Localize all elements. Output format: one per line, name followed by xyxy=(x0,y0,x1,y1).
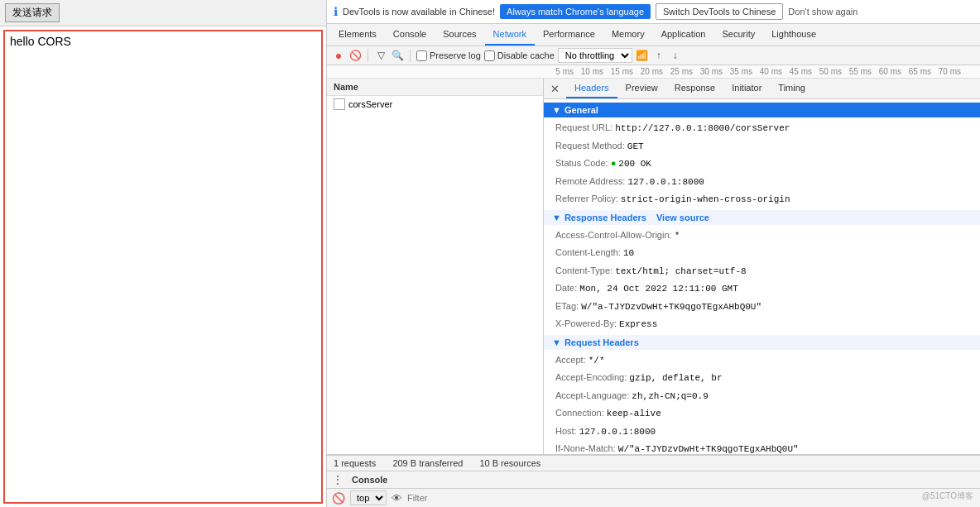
tab-console[interactable]: Console xyxy=(385,24,435,45)
preserve-log-checkbox[interactable] xyxy=(416,50,427,61)
watermark: @51CTO博客 xyxy=(922,490,973,502)
bytes-transferred: 209 B transferred xyxy=(392,458,463,468)
export-icon[interactable]: ↓ xyxy=(669,49,682,62)
clear-icon[interactable]: 🚫 xyxy=(348,49,362,62)
tab-timing[interactable]: Timing xyxy=(770,79,814,98)
request-headers-label: Request Headers xyxy=(564,337,639,347)
search-icon[interactable]: 🔍 xyxy=(391,49,404,62)
network-body: Name corsServer ✕ Headers Preview Respon… xyxy=(327,79,980,507)
tab-initiator[interactable]: Initiator xyxy=(723,79,770,98)
tab-headers[interactable]: Headers xyxy=(566,79,617,98)
tab-lighthouse[interactable]: Lighthouse xyxy=(763,24,824,45)
request-headers-section-header[interactable]: ▼ Request Headers xyxy=(544,335,980,350)
cors-text: hello CORS xyxy=(10,35,71,48)
request-headers-triangle-icon: ▼ xyxy=(552,337,561,347)
list-item[interactable]: corsServer xyxy=(327,96,543,112)
resources-size: 10 B resources xyxy=(479,458,540,468)
response-headers-body: Access-Control-Allow-Origin: * Content-L… xyxy=(544,225,980,335)
name-col-header: Name xyxy=(327,79,543,96)
info-text: DevTools is now available in Chinese! xyxy=(343,7,495,17)
resp-header-key-2: Content-Type: xyxy=(555,265,612,275)
ruler-45ms: 45 ms xyxy=(785,67,815,76)
view-source-link[interactable]: View source xyxy=(656,213,709,222)
req-header-row-0: Accept: */* xyxy=(555,352,968,370)
console-dots-icon: ⋮ xyxy=(332,473,343,486)
console-context-select[interactable]: top xyxy=(350,490,387,505)
filter-icon[interactable]: ▽ xyxy=(374,49,387,62)
network-toolbar: ● 🚫 ▽ 🔍 Preserve log Disable cache No th… xyxy=(327,46,980,65)
detail-content: ▼ General Request URL: http://127.0.0.1:… xyxy=(544,99,980,454)
status-code-val: 200 OK xyxy=(618,159,651,169)
tab-security[interactable]: Security xyxy=(713,24,763,45)
switch-to-chinese-button[interactable]: Switch DevTools to Chinese xyxy=(656,3,783,20)
disable-cache-label[interactable]: Disable cache xyxy=(484,50,555,61)
req-header-key-1: Accept-Encoding: xyxy=(555,372,627,382)
response-headers-section-header[interactable]: ▼ Response Headers View source xyxy=(544,210,980,225)
resp-header-key-3: Date: xyxy=(555,283,577,293)
disable-cache-checkbox[interactable] xyxy=(484,50,495,61)
import-icon[interactable]: ↑ xyxy=(652,49,665,62)
send-btn-bar: 发送请求 xyxy=(0,0,326,26)
tab-network[interactable]: Network xyxy=(485,24,535,45)
resp-header-val-2: text/html; charset=utf-8 xyxy=(615,266,746,276)
tab-performance[interactable]: Performance xyxy=(535,24,603,45)
resp-header-val-5: Express xyxy=(619,319,657,329)
resp-header-key-0: Access-Control-Allow-Origin: xyxy=(555,230,672,240)
console-eye-icon[interactable]: 👁 xyxy=(392,492,402,505)
always-match-language-button[interactable]: Always match Chrome's language xyxy=(500,4,651,19)
request-url-val: http://127.0.0.1:8000/corsServer xyxy=(615,123,790,133)
file-icon xyxy=(334,98,345,110)
req-header-row-1: Accept-Encoding: gzip, deflate, br xyxy=(555,369,968,387)
response-headers-label: Response Headers xyxy=(564,213,646,222)
req-header-val-3: keep-alive xyxy=(607,409,661,419)
req-header-val-1: gzip, deflate, br xyxy=(629,373,722,383)
resp-header-row-0: Access-Control-Allow-Origin: * xyxy=(555,227,968,245)
req-header-key-5: If-None-Match: xyxy=(555,443,616,453)
console-stop-icon[interactable]: 🚫 xyxy=(332,492,345,505)
request-name: corsServer xyxy=(348,99,392,109)
ruler-15ms: 15 ms xyxy=(607,67,637,76)
req-header-val-4: 127.0.0.1:8000 xyxy=(579,427,656,437)
req-header-row-3: Connection: keep-alive xyxy=(555,404,968,423)
tab-preview[interactable]: Preview xyxy=(617,79,666,98)
preserve-log-text: Preserve log xyxy=(430,50,481,60)
preserve-log-label[interactable]: Preserve log xyxy=(416,50,481,61)
detail-close-button[interactable]: ✕ xyxy=(544,79,566,98)
console-filter-input[interactable] xyxy=(407,493,975,503)
send-request-button[interactable]: 发送请求 xyxy=(5,3,60,22)
resp-header-val-4: W/"a-TJYDzvDwHt+TK9qgoTEgxAHbQ0U" xyxy=(581,302,761,312)
ruler-65ms: 65 ms xyxy=(905,67,934,76)
resp-header-row-5: X-Powered-By: Express xyxy=(555,315,968,333)
tab-application[interactable]: Application xyxy=(653,24,714,45)
devtools-tabs: Elements Console Sources Network Perform… xyxy=(327,24,980,46)
resp-header-row-4: ETag: W/"a-TJYDzvDwHt+TK9qgoTEgxAHbQ0U" xyxy=(555,298,968,316)
record-icon[interactable]: ● xyxy=(332,49,345,62)
referrer-key: Referrer Policy: xyxy=(555,194,618,203)
throttle-select[interactable]: No throttling xyxy=(558,48,632,63)
resp-header-key-4: ETag: xyxy=(555,301,579,311)
response-headers-triangle-icon: ▼ xyxy=(552,213,561,222)
ruler-40ms: 40 ms xyxy=(756,67,785,76)
devtools-panel: ℹ DevTools is now available in Chinese! … xyxy=(327,0,980,507)
general-section-header[interactable]: ▼ General xyxy=(544,103,980,117)
ruler-60ms: 60 ms xyxy=(875,67,905,76)
req-header-row-5: If-None-Match: W/"a-TJYDzvDwHt+TK9qgoTEg… xyxy=(555,440,968,454)
dont-show-link[interactable]: Don't show again xyxy=(788,7,858,17)
network-status-bar: 1 requests 209 B transferred 10 B resour… xyxy=(327,455,980,471)
general-label: General xyxy=(564,105,598,115)
ruler-30ms: 30 ms xyxy=(696,67,726,76)
tab-elements[interactable]: Elements xyxy=(330,24,385,45)
req-header-row-4: Host: 127.0.0.1:8000 xyxy=(555,423,968,441)
timeline-ruler: 5 ms 10 ms 15 ms 20 ms 25 ms 30 ms 35 ms… xyxy=(327,65,980,79)
tab-memory[interactable]: Memory xyxy=(603,24,653,45)
console-tab-row: ⋮ Console xyxy=(327,471,980,489)
wifi-icon[interactable]: 📶 xyxy=(636,49,649,62)
remote-addr-val: 127.0.0.1:8000 xyxy=(627,177,704,187)
requests-count: 1 requests xyxy=(334,458,376,468)
tab-sources[interactable]: Sources xyxy=(435,24,484,45)
resp-header-val-3: Mon, 24 Oct 2022 12:11:00 GMT xyxy=(579,284,737,294)
status-green-dot: ● xyxy=(611,158,619,168)
tab-response[interactable]: Response xyxy=(666,79,724,98)
console-tab-label[interactable]: Console xyxy=(347,473,392,486)
resp-header-row-2: Content-Type: text/html; charset=utf-8 xyxy=(555,262,968,280)
